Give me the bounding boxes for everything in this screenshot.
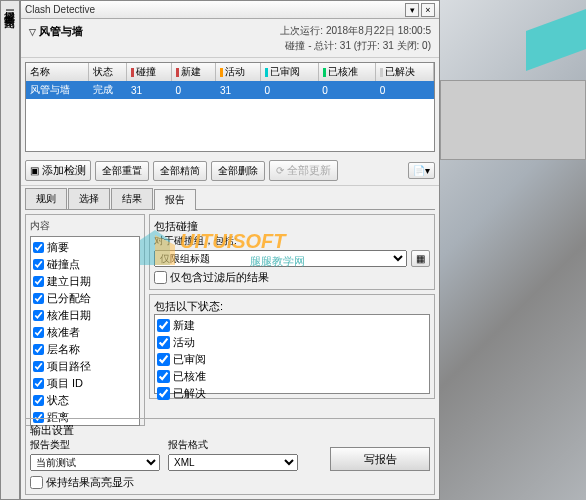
group-option-icon[interactable]: ▦ xyxy=(411,250,430,267)
model-geometry xyxy=(440,80,586,160)
status-item[interactable]: 活动 xyxy=(157,334,427,351)
last-run-text: 上次运行: 2018年8月22日 18:00:5 xyxy=(280,24,431,38)
group-label: 对于碰撞组，包括: xyxy=(154,234,430,248)
report-format-select[interactable]: XML xyxy=(168,454,298,471)
content-item[interactable]: 已分配给 xyxy=(33,290,137,307)
collapse-icon[interactable]: ▽ xyxy=(29,27,39,37)
status-title: 包括以下状态: xyxy=(154,299,430,314)
test-header: ▽ 风管与墙 上次运行: 2018年8月22日 18:00:5 碰撞 - 总计:… xyxy=(21,19,439,58)
content-item[interactable]: 项目 ID xyxy=(33,375,137,392)
subtab-规则[interactable]: 规则 xyxy=(25,188,67,209)
content-groupbox: 内容 摘要碰撞点建立日期已分配给核准日期核准者层名称项目路径项目 ID状态距离说… xyxy=(25,214,145,426)
report-type-select[interactable]: 当前测试 xyxy=(30,454,160,471)
column-header[interactable]: 新建 xyxy=(171,63,216,81)
add-test-button[interactable]: ▣ 添加检测 xyxy=(25,160,91,181)
column-header[interactable]: 已审阅 xyxy=(261,63,319,81)
include-clashes-groupbox: 包括碰撞 对于碰撞组，包括: 仅限组标题 ▦ 仅包含过滤后的结果 xyxy=(149,214,435,290)
content-title: 内容 xyxy=(30,219,140,233)
model-geometry xyxy=(526,9,586,71)
status-item[interactable]: 已解决 xyxy=(157,385,427,402)
content-item[interactable]: 核准者 xyxy=(33,324,137,341)
pin-icon[interactable]: ▾ xyxy=(405,3,419,17)
output-title: 输出设置 xyxy=(30,423,430,438)
export-button[interactable]: 📄▾ xyxy=(408,162,435,179)
column-header[interactable]: 已解决 xyxy=(376,63,434,81)
subtabs: 规则选择结果报告 xyxy=(25,188,435,210)
content-item[interactable]: 项目路径 xyxy=(33,358,137,375)
tests-toolbar: ▣ 添加检测 全部重置 全部精简 全部删除 ⟳ 全部更新 📄▾ xyxy=(21,156,439,186)
table-row[interactable]: 风管与墙完成31031000 xyxy=(26,81,434,99)
compact-all-button[interactable]: 全部精简 xyxy=(153,161,207,181)
write-report-button[interactable]: 写报告 xyxy=(330,447,430,471)
content-item[interactable]: 摘要 xyxy=(33,239,137,256)
close-icon[interactable]: × xyxy=(421,3,435,17)
content-item[interactable]: 核准日期 xyxy=(33,307,137,324)
content-item[interactable]: 状态 xyxy=(33,392,137,409)
content-item[interactable]: 层名称 xyxy=(33,341,137,358)
status-item[interactable]: 已核准 xyxy=(157,368,427,385)
content-checklist[interactable]: 摘要碰撞点建立日期已分配给核准日期核准者层名称项目路径项目 ID状态距离说明注释… xyxy=(30,236,140,426)
report-format-label: 报告格式 xyxy=(168,438,298,452)
status-checklist[interactable]: 新建活动已审阅已核准已解决 xyxy=(154,314,430,394)
update-all-button[interactable]: ⟳ 全部更新 xyxy=(269,160,338,181)
clash-group-select[interactable]: 仅限组标题 xyxy=(154,250,407,267)
include-status-groupbox: 包括以下状态: 新建活动已审阅已核准已解决 xyxy=(149,294,435,399)
content-item[interactable]: 建立日期 xyxy=(33,273,137,290)
column-header[interactable]: 已核准 xyxy=(318,63,376,81)
content-item[interactable]: 碰撞点 xyxy=(33,256,137,273)
column-header[interactable]: 碰撞 xyxy=(127,63,172,81)
vertical-sidebar[interactable]: 选择树 集合 图元ID xyxy=(0,0,20,500)
tests-table[interactable]: 名称状态碰撞新建活动已审阅已核准已解决 风管与墙完成31031000 xyxy=(25,62,435,152)
filtered-only-checkbox[interactable]: 仅包含过滤后的结果 xyxy=(154,270,430,285)
status-item[interactable]: 已审阅 xyxy=(157,351,427,368)
column-header[interactable]: 状态 xyxy=(89,63,127,81)
panel-titlebar: Clash Detective ▾ × xyxy=(21,1,439,19)
subtab-报告[interactable]: 报告 xyxy=(154,189,196,210)
include-title: 包括碰撞 xyxy=(154,219,430,234)
delete-all-button[interactable]: 全部删除 xyxy=(211,161,265,181)
keep-highlight-checkbox[interactable]: 保持结果高亮显示 xyxy=(30,475,430,490)
output-settings-groupbox: 输出设置 报告类型 当前测试 报告格式 XML 写报告 保持结果高亮显示 xyxy=(25,418,435,495)
column-header[interactable]: 活动 xyxy=(216,63,261,81)
reset-all-button[interactable]: 全部重置 xyxy=(95,161,149,181)
panel-title: Clash Detective xyxy=(25,4,403,15)
clash-detective-panel: Clash Detective ▾ × ▽ 风管与墙 上次运行: 2018年8月… xyxy=(20,0,440,500)
subtab-选择[interactable]: 选择 xyxy=(68,188,110,209)
column-header[interactable]: 名称 xyxy=(26,63,89,81)
test-name: 风管与墙 xyxy=(39,25,83,37)
status-item[interactable]: 新建 xyxy=(157,317,427,334)
model-viewport-3d[interactable] xyxy=(440,0,586,500)
subtab-结果[interactable]: 结果 xyxy=(111,188,153,209)
report-type-label: 报告类型 xyxy=(30,438,160,452)
clash-stats: 碰撞 - 总计: 31 (打开: 31 关闭: 0) xyxy=(285,39,431,53)
